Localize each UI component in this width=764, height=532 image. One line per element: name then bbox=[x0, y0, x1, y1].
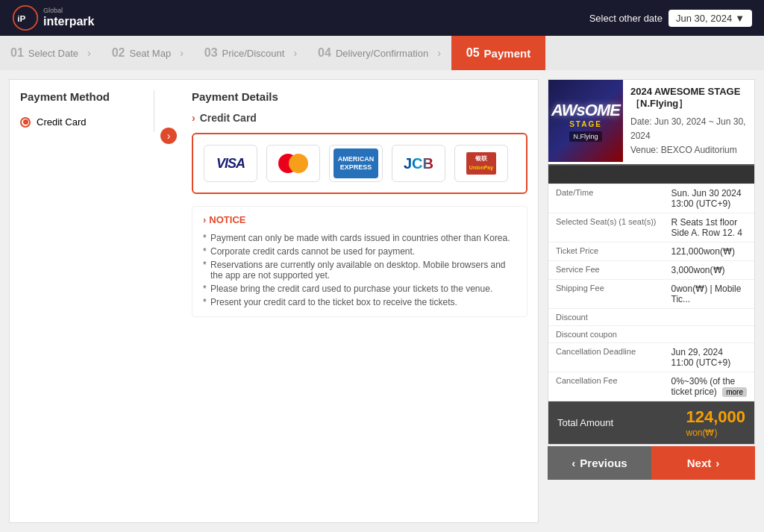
event-info: 2024 AWESOME STAGE［N.Flying］ Date: Jun 3… bbox=[623, 80, 754, 164]
ticket-table: My Ticket Date/Time Sun. Jun 30 2024 13:… bbox=[548, 164, 754, 401]
seat-value: R Seats 1st floor Side A. Row 12. 4 bbox=[664, 213, 755, 242]
credit-card-section-label: Credit Card bbox=[200, 112, 257, 124]
step-num-1: 01 bbox=[10, 46, 24, 60]
total-currency: won(₩) bbox=[686, 428, 717, 438]
credit-card-section-header: › Credit Card bbox=[192, 112, 527, 124]
notice-item-4: Please bring the credit card used to pur… bbox=[203, 282, 516, 295]
payment-details-column: Payment Details › Credit Card VISA bbox=[183, 90, 527, 317]
notice-title: › NOTICE bbox=[203, 214, 516, 225]
date-value: Jun 30, 2024 bbox=[676, 13, 732, 24]
payment-details-heading: Payment Details bbox=[192, 90, 527, 103]
next-button[interactable]: Next › bbox=[651, 446, 755, 480]
step-delivery-confirmation[interactable]: 04 Delivery/Confirmation › bbox=[307, 36, 451, 70]
discount-coupon-label: Discount coupon bbox=[548, 325, 664, 342]
logo-sub: Global bbox=[43, 7, 94, 15]
total-amount-row: Total Amount 124,000 won(₩) bbox=[548, 401, 754, 444]
cc-section-arrow: › bbox=[192, 112, 195, 124]
previous-label: Previous bbox=[580, 457, 627, 469]
step-select-date[interactable]: 01 Select Date › bbox=[0, 36, 101, 70]
seat-label: Selected Seat(s) (1 seat(s)) bbox=[548, 213, 664, 242]
my-ticket-heading: My Ticket bbox=[548, 165, 754, 184]
discount-coupon-value bbox=[664, 325, 755, 342]
card-logos-container: VISA AMERICANEXPRESS JCB bbox=[192, 133, 527, 194]
notice-item-1: Payment can only be made with cards issu… bbox=[203, 231, 516, 245]
step-label-3: Price/Discount bbox=[222, 48, 285, 59]
previous-button[interactable]: ‹ Previous bbox=[548, 446, 651, 480]
next-arrow-icon: › bbox=[716, 457, 719, 469]
step-num-2: 02 bbox=[112, 46, 125, 60]
interpark-logo-icon: iP bbox=[12, 4, 39, 31]
left-panel: Payment Method Credit Card › Payment Det… bbox=[9, 79, 539, 523]
steps-nav: 01 Select Date › 02 Seat Map › 03 Price/… bbox=[0, 36, 764, 70]
datetime-label: Date/Time bbox=[548, 184, 664, 213]
visa-card-logo[interactable]: VISA bbox=[204, 145, 257, 182]
credit-card-radio[interactable] bbox=[20, 117, 31, 128]
main-content: Payment Method Credit Card › Payment Det… bbox=[0, 70, 764, 532]
mastercard-logo[interactable] bbox=[266, 145, 320, 182]
cancellation-fee-row: Cancellation Fee 0%~30% (of the ticket p… bbox=[548, 372, 754, 401]
ticket-seat-row: Selected Seat(s) (1 seat(s)) R Seats 1st… bbox=[548, 213, 754, 242]
logo-text: interpark bbox=[43, 15, 94, 28]
nav-buttons: ‹ Previous Next › bbox=[548, 446, 755, 480]
event-header: AWsOME STAGE N.Flying 2024 AWESOME STAGE… bbox=[548, 80, 754, 164]
shipping-fee-label: Shipping Fee bbox=[548, 279, 664, 308]
notice-item-5: Present your credit card to the ticket b… bbox=[203, 295, 516, 309]
step-label-4: Delivery/Confirmation bbox=[336, 48, 428, 59]
ticket-price-value: 121,000won(₩) bbox=[664, 242, 755, 260]
calendar-icon: ▼ bbox=[735, 13, 745, 24]
ticket-datetime-row: Date/Time Sun. Jun 30 2024 13:00 (UTC+9) bbox=[548, 184, 754, 213]
header: iP Global interpark Select other date Ju… bbox=[0, 0, 764, 36]
event-title: 2024 AWESOME STAGE［N.Flying］ bbox=[630, 86, 747, 110]
step-arrow-4: › bbox=[437, 47, 441, 59]
payment-section: Payment Method Credit Card › Payment Det… bbox=[9, 79, 539, 523]
event-date-range: Date: Jun 30, 2024 ~ Jun 30, 2024 bbox=[630, 115, 747, 143]
select-date-label: Select other date bbox=[589, 13, 663, 24]
logo: iP Global interpark bbox=[12, 4, 94, 31]
cancellation-fee-label: Cancellation Fee bbox=[548, 372, 664, 401]
toggle-arrow-button[interactable]: › bbox=[160, 128, 177, 144]
notice-list: Payment can only be made with cards issu… bbox=[203, 231, 516, 309]
jcb-text: JCB bbox=[404, 155, 433, 172]
step-label-2: Seat Map bbox=[129, 48, 171, 59]
total-amount-label: Total Amount bbox=[557, 417, 613, 428]
service-fee-value: 3,000won(₩) bbox=[664, 260, 755, 279]
step-num-5: 05 bbox=[466, 46, 480, 60]
next-label: Next bbox=[687, 457, 712, 469]
unionpay-card: 银联UnionPay bbox=[466, 152, 496, 175]
discount-label: Discount bbox=[548, 308, 664, 325]
amex-logo[interactable]: AMERICANEXPRESS bbox=[329, 145, 383, 182]
step-arrow-3: › bbox=[293, 47, 297, 59]
step-num-4: 04 bbox=[318, 46, 331, 60]
poster-stage-text: STAGE bbox=[569, 120, 602, 128]
service-fee-row: Service Fee 3,000won(₩) bbox=[548, 260, 754, 279]
cancellation-deadline-label: Cancellation Deadline bbox=[548, 342, 664, 372]
credit-card-method-item[interactable]: Credit Card bbox=[20, 112, 145, 132]
step-seat-map[interactable]: 02 Seat Map › bbox=[101, 36, 194, 70]
date-select-button[interactable]: Jun 30, 2024 ▼ bbox=[668, 10, 752, 27]
cancellation-deadline-value: Jun 29, 2024 11:00 (UTC+9) bbox=[664, 342, 755, 372]
ticket-price-label: Ticket Price bbox=[548, 242, 664, 260]
unionpay-logo[interactable]: 银联UnionPay bbox=[454, 145, 508, 182]
header-right: Select other date Jun 30, 2024 ▼ bbox=[589, 10, 752, 27]
right-panel: AWsOME STAGE N.Flying 2024 AWESOME STAGE… bbox=[548, 79, 755, 523]
mastercard-circles bbox=[278, 154, 308, 173]
prev-arrow-icon: ‹ bbox=[572, 457, 575, 469]
step-label-5: Payment bbox=[484, 47, 531, 60]
step-arrow-1: › bbox=[87, 47, 91, 59]
jcb-logo[interactable]: JCB bbox=[392, 145, 445, 182]
cancellation-fee-more-button[interactable]: more bbox=[722, 387, 747, 397]
notice-section: › NOTICE Payment can only be made with c… bbox=[192, 206, 527, 317]
datetime-value: Sun. Jun 30 2024 13:00 (UTC+9) bbox=[664, 184, 755, 213]
step-arrow-2: › bbox=[180, 47, 184, 59]
event-poster: AWsOME STAGE N.Flying bbox=[548, 80, 623, 162]
ticket-price-row: Ticket Price 121,000won(₩) bbox=[548, 242, 754, 260]
shipping-fee-value: 0won(₩) | Mobile Tic... bbox=[664, 279, 755, 308]
credit-card-label: Credit Card bbox=[37, 116, 86, 128]
step-label-1: Select Date bbox=[28, 48, 78, 59]
step-payment[interactable]: 05 Payment bbox=[451, 36, 545, 70]
step-price-discount[interactable]: 03 Price/Discount › bbox=[194, 36, 307, 70]
visa-text: VISA bbox=[216, 156, 245, 172]
amex-card: AMERICANEXPRESS bbox=[334, 148, 378, 178]
event-card: AWsOME STAGE N.Flying 2024 AWESOME STAGE… bbox=[548, 79, 755, 445]
cancellation-fee-value: 0%~30% (of the ticket price) more bbox=[664, 372, 755, 401]
